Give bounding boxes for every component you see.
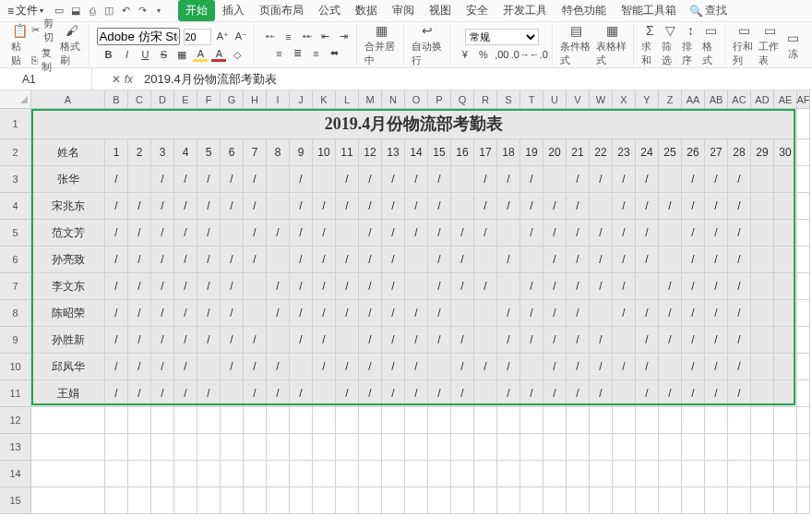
cell[interactable]: / — [451, 327, 474, 354]
cell[interactable] — [520, 461, 543, 487]
cell[interactable] — [774, 193, 797, 220]
cell[interactable]: 宋兆东 — [31, 193, 105, 220]
cell[interactable] — [382, 407, 405, 434]
cell[interactable] — [128, 166, 151, 193]
cell[interactable]: / — [197, 220, 221, 246]
cell[interactable]: / — [359, 380, 382, 407]
cell[interactable] — [590, 461, 613, 487]
cell[interactable]: / — [105, 354, 128, 380]
cell[interactable]: / — [382, 220, 405, 246]
row-header[interactable]: 2 — [0, 139, 31, 166]
cell[interactable]: / — [174, 166, 197, 193]
cell[interactable]: / — [682, 300, 705, 327]
cell[interactable]: / — [728, 193, 751, 220]
cell[interactable]: / — [174, 354, 197, 380]
decimal-dec-icon[interactable]: ←.0 — [531, 47, 546, 62]
cell[interactable]: / — [197, 193, 221, 220]
cell[interactable] — [151, 461, 174, 487]
cell[interactable]: / — [151, 380, 174, 407]
col-header[interactable]: U — [543, 90, 567, 109]
cell[interactable]: / — [520, 327, 543, 354]
cell[interactable]: / — [682, 273, 705, 300]
cell[interactable] — [797, 109, 810, 139]
cell[interactable]: / — [543, 300, 567, 327]
cell[interactable]: / — [497, 380, 520, 407]
cell[interactable] — [359, 407, 382, 434]
cell[interactable] — [244, 300, 267, 327]
cell[interactable] — [267, 487, 290, 514]
cell[interactable] — [636, 273, 659, 300]
tab-7[interactable]: 安全 — [459, 0, 496, 21]
cell[interactable]: / — [174, 380, 197, 407]
font-name-select[interactable] — [97, 28, 180, 45]
cell[interactable] — [774, 166, 797, 193]
align-bottom-icon[interactable]: ⬵ — [299, 30, 314, 44]
cell[interactable] — [31, 487, 105, 514]
cell[interactable] — [197, 461, 221, 487]
cell[interactable] — [751, 461, 774, 487]
cell[interactable] — [705, 461, 728, 487]
cell[interactable]: / — [313, 246, 336, 273]
cell[interactable]: / — [128, 220, 151, 246]
cell[interactable] — [590, 300, 613, 327]
row-header[interactable]: 11 — [0, 380, 31, 407]
cell[interactable] — [774, 461, 797, 487]
cell[interactable]: / — [105, 380, 128, 407]
currency-icon[interactable]: ¥ — [458, 47, 472, 62]
cell[interactable]: / — [290, 166, 313, 193]
cell[interactable] — [336, 220, 359, 246]
cell[interactable]: / — [290, 246, 313, 273]
cell[interactable] — [497, 487, 520, 514]
cell[interactable]: / — [636, 327, 659, 354]
cell[interactable] — [774, 300, 797, 327]
cell[interactable] — [221, 407, 244, 434]
cell[interactable] — [313, 380, 336, 407]
cell[interactable]: / — [728, 327, 751, 354]
cell[interactable] — [336, 461, 359, 487]
col-header[interactable]: P — [428, 90, 451, 109]
cell[interactable] — [221, 380, 244, 407]
cell[interactable] — [244, 434, 267, 461]
cell[interactable] — [174, 487, 197, 514]
col-header[interactable]: AD — [751, 90, 774, 109]
cell[interactable]: / — [520, 166, 543, 193]
cell[interactable]: / — [728, 166, 751, 193]
cell[interactable]: / — [705, 354, 728, 380]
cell[interactable]: / — [543, 380, 567, 407]
merge-split-icon[interactable]: ⬌ — [327, 46, 341, 61]
cell[interactable]: / — [405, 327, 428, 354]
cell[interactable]: 2 — [128, 139, 151, 166]
cell[interactable]: / — [428, 193, 451, 220]
cell[interactable]: / — [451, 273, 474, 300]
cell[interactable] — [613, 434, 636, 461]
cell[interactable] — [497, 220, 520, 246]
cell[interactable] — [705, 407, 728, 434]
cell[interactable]: / — [359, 327, 382, 354]
cell[interactable] — [451, 461, 474, 487]
cell[interactable] — [497, 273, 520, 300]
cell[interactable] — [774, 246, 797, 273]
cell[interactable]: / — [267, 300, 290, 327]
cell[interactable] — [31, 407, 105, 434]
cell[interactable]: / — [497, 300, 520, 327]
sum-button[interactable]: Σ求和 — [641, 22, 658, 67]
col-header[interactable]: Q — [451, 90, 474, 109]
cell[interactable] — [636, 461, 659, 487]
cell[interactable]: / — [567, 380, 590, 407]
tab-10[interactable]: 智能工具箱 — [614, 0, 684, 21]
col-header[interactable]: E — [174, 90, 197, 109]
cell[interactable] — [474, 487, 497, 514]
cell[interactable] — [520, 407, 543, 434]
cell[interactable]: / — [313, 354, 336, 380]
cell[interactable] — [751, 327, 774, 354]
cell[interactable]: / — [613, 354, 636, 380]
row-header[interactable]: 1 — [0, 109, 31, 139]
cell[interactable] — [244, 461, 267, 487]
cell[interactable]: / — [543, 193, 567, 220]
cell[interactable]: / — [336, 166, 359, 193]
cell[interactable]: / — [290, 273, 313, 300]
auto-wrap-button[interactable]: ↩自动换行 — [412, 22, 444, 67]
cell[interactable]: / — [336, 273, 359, 300]
cell[interactable] — [313, 166, 336, 193]
formula-input[interactable]: 2019.4月份物流部考勤表 — [138, 71, 812, 88]
